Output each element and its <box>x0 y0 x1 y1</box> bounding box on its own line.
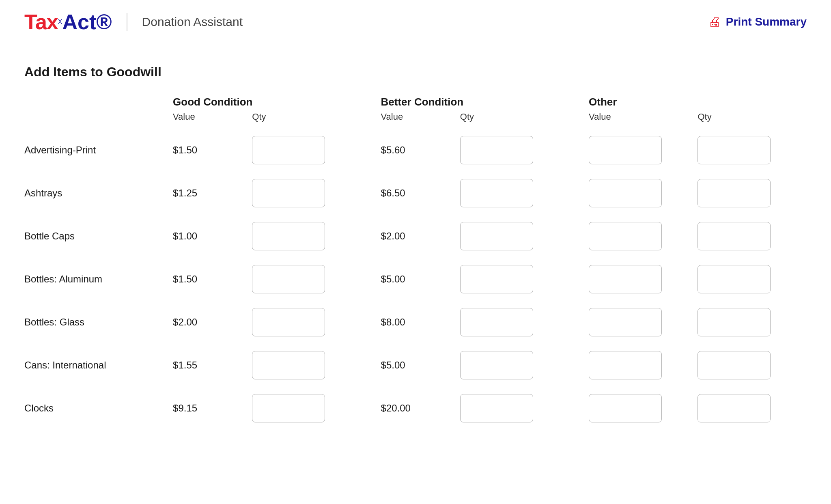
other-value-input[interactable] <box>589 222 662 250</box>
good-qty-cell[interactable] <box>252 301 361 344</box>
better-qty-cell[interactable] <box>460 129 569 172</box>
other-value-cell[interactable] <box>589 129 698 172</box>
logo-area: TaxXAct® Donation Assistant <box>24 10 243 34</box>
item-col-header <box>24 96 173 112</box>
better-value-cell: $6.50 <box>381 172 460 215</box>
better-qty-input[interactable] <box>460 394 533 422</box>
other-qty-cell[interactable] <box>698 387 807 430</box>
good-qty-input[interactable] <box>252 394 325 422</box>
better-qty-input[interactable] <box>460 222 533 250</box>
other-value-input[interactable] <box>589 265 662 293</box>
good-qty-input[interactable] <box>252 265 325 293</box>
good-qty-subheader: Qty <box>252 112 361 129</box>
print-icon: 🖨 <box>708 15 721 30</box>
better-qty-cell[interactable] <box>460 344 569 387</box>
good-qty-input[interactable] <box>252 136 325 164</box>
good-qty-cell[interactable] <box>252 387 361 430</box>
better-value-cell: $20.00 <box>381 387 460 430</box>
better-qty-cell[interactable] <box>460 387 569 430</box>
other-value-cell[interactable] <box>589 387 698 430</box>
item-name: Cans: International <box>24 344 173 387</box>
better-qty-input[interactable] <box>460 308 533 336</box>
other-qty-subheader: Qty <box>698 112 807 129</box>
other-header: Other <box>589 96 807 112</box>
other-qty-input[interactable] <box>698 265 771 293</box>
sub-header-row: Value Qty Value Qty Value Qty <box>24 112 807 129</box>
page-header: TaxXAct® Donation Assistant 🖨 Print Summ… <box>0 0 831 44</box>
good-qty-input[interactable] <box>252 351 325 379</box>
other-value-input[interactable] <box>589 351 662 379</box>
app-subtitle: Donation Assistant <box>142 15 243 29</box>
better-value-cell: $2.00 <box>381 215 460 258</box>
taxact-logo: TaxXAct® <box>24 10 112 34</box>
good-value-cell: $1.00 <box>173 215 252 258</box>
better-qty-input[interactable] <box>460 136 533 164</box>
other-qty-cell[interactable] <box>698 215 807 258</box>
good-value-cell: $1.50 <box>173 129 252 172</box>
good-qty-input[interactable] <box>252 308 325 336</box>
other-qty-cell[interactable] <box>698 172 807 215</box>
other-qty-input[interactable] <box>698 179 771 207</box>
better-value-cell: $5.00 <box>381 258 460 301</box>
table-row: Bottles: Glass $2.00 $8.00 <box>24 301 807 344</box>
other-qty-cell[interactable] <box>698 258 807 301</box>
item-name: Bottles: Aluminum <box>24 258 173 301</box>
item-name: Bottle Caps <box>24 215 173 258</box>
better-qty-input[interactable] <box>460 351 533 379</box>
other-qty-cell[interactable] <box>698 344 807 387</box>
item-name: Clocks <box>24 387 173 430</box>
other-qty-cell[interactable] <box>698 129 807 172</box>
good-qty-cell[interactable] <box>252 344 361 387</box>
item-name: Ashtrays <box>24 172 173 215</box>
better-value-cell: $5.60 <box>381 129 460 172</box>
other-value-cell[interactable] <box>589 172 698 215</box>
section-title: Add Items to Goodwill <box>24 65 807 80</box>
good-qty-input[interactable] <box>252 222 325 250</box>
other-value-input[interactable] <box>589 136 662 164</box>
donation-table: Good Condition Better Condition Other Va… <box>24 96 807 430</box>
other-qty-input[interactable] <box>698 394 771 422</box>
print-summary-label: Print Summary <box>726 15 807 28</box>
other-value-input[interactable] <box>589 394 662 422</box>
good-qty-cell[interactable] <box>252 215 361 258</box>
group-header-row: Good Condition Better Condition Other <box>24 96 807 112</box>
other-qty-input[interactable] <box>698 351 771 379</box>
good-value-cell: $1.50 <box>173 258 252 301</box>
better-value-cell: $5.00 <box>381 344 460 387</box>
print-summary-button[interactable]: 🖨 Print Summary <box>708 15 807 30</box>
other-qty-cell[interactable] <box>698 301 807 344</box>
other-qty-input[interactable] <box>698 136 771 164</box>
better-qty-cell[interactable] <box>460 215 569 258</box>
good-qty-input[interactable] <box>252 179 325 207</box>
better-condition-header: Better Condition <box>381 96 569 112</box>
other-qty-input[interactable] <box>698 308 771 336</box>
logo-act: Act <box>62 10 96 34</box>
table-row: Advertising-Print $1.50 $5.60 <box>24 129 807 172</box>
better-qty-cell[interactable] <box>460 172 569 215</box>
other-value-cell[interactable] <box>589 344 698 387</box>
good-value-cell: $9.15 <box>173 387 252 430</box>
good-qty-cell[interactable] <box>252 129 361 172</box>
other-value-cell[interactable] <box>589 301 698 344</box>
other-value-input[interactable] <box>589 179 662 207</box>
good-value-cell: $1.55 <box>173 344 252 387</box>
better-qty-input[interactable] <box>460 265 533 293</box>
good-value-cell: $2.00 <box>173 301 252 344</box>
good-qty-cell[interactable] <box>252 258 361 301</box>
better-qty-cell[interactable] <box>460 301 569 344</box>
logo-tax: Tax <box>24 10 58 34</box>
table-row: Cans: International $1.55 $5.00 <box>24 344 807 387</box>
better-value-cell: $8.00 <box>381 301 460 344</box>
logo-divider <box>127 13 127 31</box>
better-value-subheader: Value <box>381 112 460 129</box>
good-qty-cell[interactable] <box>252 172 361 215</box>
other-value-cell[interactable] <box>589 215 698 258</box>
other-value-cell[interactable] <box>589 258 698 301</box>
good-value-cell: $1.25 <box>173 172 252 215</box>
logo-registered: ® <box>96 10 112 34</box>
other-value-input[interactable] <box>589 308 662 336</box>
other-qty-input[interactable] <box>698 222 771 250</box>
better-qty-cell[interactable] <box>460 258 569 301</box>
better-qty-input[interactable] <box>460 179 533 207</box>
main-content: Add Items to Goodwill Good Condition Bet… <box>0 44 831 450</box>
